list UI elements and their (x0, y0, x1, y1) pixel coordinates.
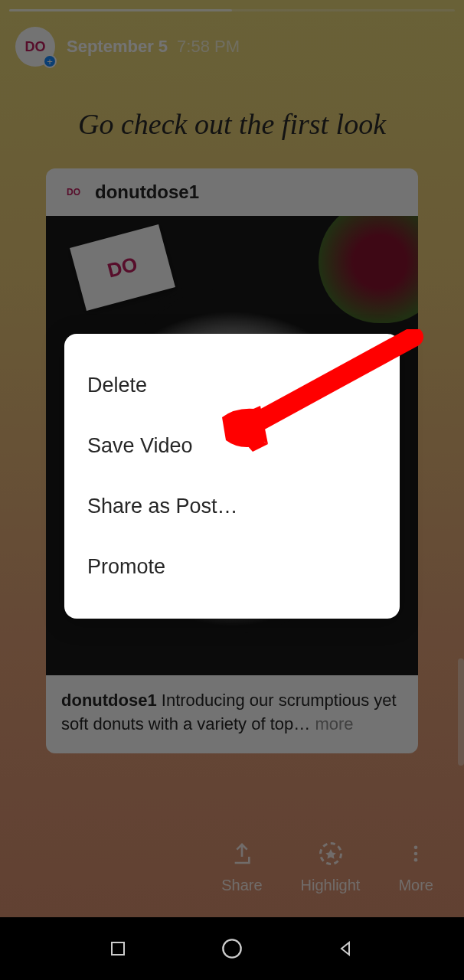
menu-item-delete[interactable]: Delete (64, 355, 400, 416)
android-nav-bar (0, 917, 464, 980)
menu-item-share-as-post[interactable]: Share as Post… (64, 476, 400, 537)
menu-item-save-video[interactable]: Save Video (64, 416, 400, 476)
back-button[interactable] (334, 936, 358, 961)
svg-point-6 (223, 939, 240, 957)
context-menu: Delete Save Video Share as Post… Promote (64, 334, 400, 619)
recent-apps-button[interactable] (106, 936, 130, 961)
home-button[interactable] (220, 936, 244, 961)
menu-item-promote[interactable]: Promote (64, 537, 400, 597)
svg-rect-5 (112, 942, 124, 955)
story-viewer: DO + September 5 7:58 PM Go check out th… (0, 0, 464, 917)
